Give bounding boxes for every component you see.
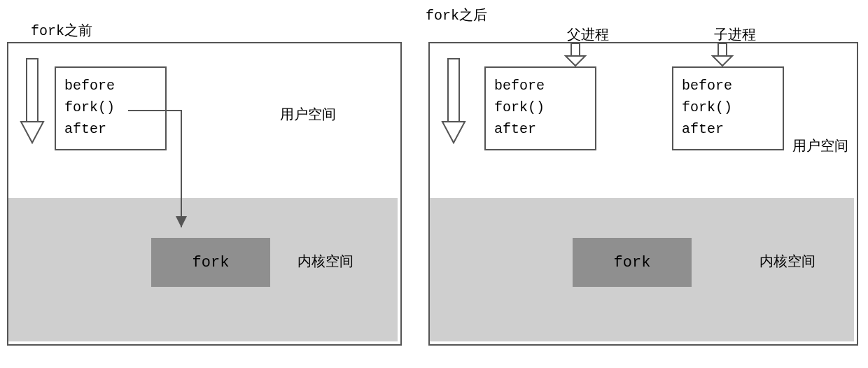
- svg-rect-7: [718, 43, 727, 56]
- user-space-label-right: 用户空间: [792, 136, 848, 155]
- code-line-before: before: [494, 75, 587, 97]
- parent-proc-label: 父进程: [567, 25, 609, 44]
- user-space-label-left: 用户空间: [280, 105, 336, 124]
- syscall-arrow-left: [0, 0, 420, 364]
- child-arrow-icon: [708, 42, 736, 69]
- kernel-space-label-left: 内核空间: [298, 252, 354, 271]
- kernel-fork-box-left: fork: [151, 238, 270, 287]
- kernel-space-label-right: 内核空间: [760, 252, 816, 271]
- svg-marker-2: [176, 216, 187, 227]
- svg-rect-5: [571, 43, 580, 56]
- code-line-after: after: [494, 118, 587, 140]
- code-box-parent: before fork() after: [484, 66, 596, 150]
- diagram-root: fork之前 before fork() after 用户空间 fork 内核空…: [0, 0, 868, 368]
- code-box-child: before fork() after: [672, 66, 784, 150]
- code-line-fork: fork(): [682, 97, 774, 118]
- title-after-fork: fork之后: [426, 6, 487, 24]
- code-line-before: before: [682, 75, 774, 97]
- parent-arrow-icon: [561, 42, 589, 69]
- kernel-fork-box-right: fork: [573, 238, 692, 287]
- svg-rect-3: [448, 59, 459, 122]
- flow-arrow-right: [440, 56, 468, 147]
- svg-marker-6: [566, 56, 585, 66]
- child-proc-label: 子进程: [714, 25, 756, 44]
- svg-marker-8: [713, 56, 732, 66]
- svg-marker-4: [442, 122, 465, 143]
- code-line-after: after: [682, 118, 774, 140]
- code-line-fork: fork(): [494, 97, 587, 118]
